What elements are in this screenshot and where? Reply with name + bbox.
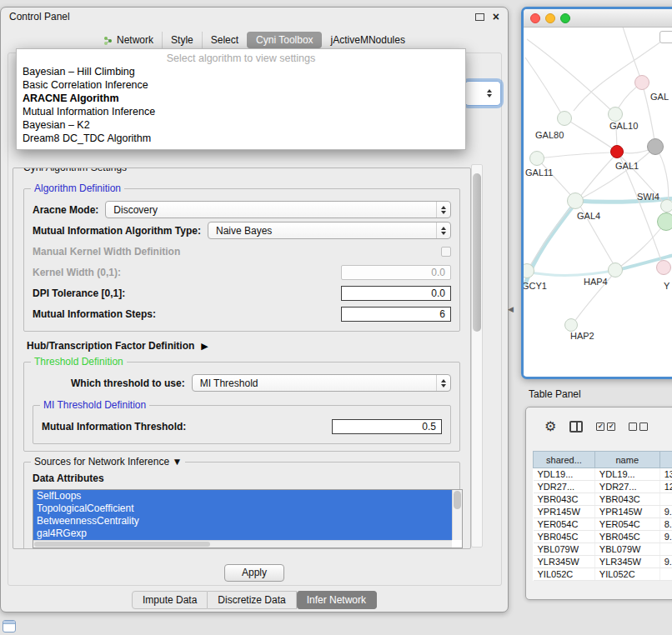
algorithm-option-selected[interactable]: ARACNE Algorithm (17, 92, 465, 105)
cell[interactable]: YDR27... (594, 481, 659, 493)
attribute-list-hscrollbar[interactable] (33, 540, 452, 548)
network-node[interactable] (564, 318, 578, 332)
manual-kernel-checkbox[interactable] (441, 247, 451, 257)
table-row[interactable]: YIL052CYIL052C (534, 568, 672, 581)
algorithm-option[interactable]: Mutual Information Inference (17, 105, 465, 118)
dpi-tolerance-field[interactable]: 0.0 (341, 286, 451, 301)
mi-threshold-field[interactable]: 0.5 (332, 419, 442, 434)
close-traffic-light-icon[interactable] (530, 13, 540, 23)
tab-impute-data[interactable]: Impute Data (132, 591, 208, 609)
column-header-partial[interactable] (659, 452, 672, 468)
attribute-item-selected[interactable]: BetweennessCentrality (33, 515, 452, 528)
network-node[interactable] (634, 75, 649, 90)
float-window-icon[interactable] (475, 13, 484, 21)
network-node-green[interactable] (657, 212, 672, 231)
cell[interactable]: YPR145W (534, 506, 595, 518)
algorithm-option[interactable]: Dream8 DC_TDC Algorithm (17, 132, 465, 145)
column-header-name[interactable]: name (594, 452, 659, 468)
algorithm-option[interactable]: Bayesian – Hill Climbing (17, 65, 465, 78)
cell[interactable]: 9. (659, 556, 672, 568)
column-header-shared-name[interactable]: shared... (534, 452, 595, 468)
unselect-all-columns-icon[interactable] (629, 422, 648, 431)
tab-network[interactable]: Network (95, 32, 162, 48)
network-node[interactable] (567, 192, 584, 209)
cell[interactable]: YBR045C (534, 531, 595, 543)
select-all-columns-icon[interactable]: ✓ ✓ (596, 422, 615, 431)
cell[interactable]: YDL19... (594, 468, 659, 481)
settings-scrollbar[interactable] (471, 164, 483, 548)
cell[interactable]: YDR27... (534, 481, 595, 493)
network-node-gray[interactable] (647, 138, 664, 155)
cell[interactable]: YBR045C (594, 531, 659, 543)
table-row[interactable]: YPR145WYPR145W9. (534, 506, 672, 518)
algorithm-option[interactable]: Bayesian – K2 (17, 118, 465, 132)
cell[interactable]: YLR345W (534, 556, 595, 568)
network-node-red[interactable] (610, 145, 624, 158)
cell[interactable] (659, 493, 672, 506)
network-node[interactable] (608, 262, 623, 278)
zoom-traffic-light-icon[interactable] (560, 13, 570, 23)
algorithm-combobox-partial[interactable] (464, 81, 501, 106)
cell[interactable]: 12 (659, 481, 672, 493)
tab-cyni-toolbox[interactable]: Cyni Toolbox (247, 32, 321, 48)
attribute-item-selected[interactable]: SelfLoops (33, 490, 452, 502)
cell[interactable]: YER054C (534, 518, 595, 531)
chevron-down-icon[interactable]: ▼ (172, 456, 182, 468)
canvas-tool-button[interactable] (659, 31, 672, 43)
cell[interactable]: YBR043C (534, 493, 595, 506)
cell[interactable]: YER054C (594, 518, 659, 531)
table-row[interactable]: YBR043CYBR043C (534, 493, 672, 506)
cell[interactable]: 13 (659, 468, 672, 481)
tab-select[interactable]: Select (202, 32, 247, 48)
algorithm-option[interactable]: Basic Correlation Inference (17, 78, 465, 92)
show-columns-icon[interactable] (569, 421, 583, 432)
algorithm-definition-group: Algorithm Definition Aracne Mode: Discov… (23, 188, 460, 332)
cell[interactable]: YBL079W (594, 543, 659, 556)
cell[interactable]: YPR145W (594, 506, 659, 518)
cell[interactable]: 8. (659, 518, 672, 531)
tab-style[interactable]: Style (162, 32, 202, 48)
cell[interactable]: 9. (659, 506, 672, 518)
gear-icon[interactable]: ⚙ (544, 420, 556, 433)
restore-panel-icon[interactable] (3, 620, 16, 632)
hub-definition-section[interactable]: Hub/Transcription Factor Definition ▶ (27, 340, 460, 352)
cell[interactable]: YIL052C (534, 568, 595, 581)
network-node[interactable] (656, 260, 671, 275)
chevron-right-icon[interactable]: ▶ (201, 341, 208, 352)
cell[interactable]: YBR043C (594, 493, 659, 506)
tab-discretize-data[interactable]: Discretize Data (208, 591, 296, 609)
attribute-list-vscrollbar[interactable] (452, 490, 462, 540)
mi-steps-field[interactable]: 6 (341, 307, 451, 322)
cell[interactable] (659, 568, 672, 581)
cell[interactable] (659, 543, 672, 556)
table-row[interactable]: YDL19...YDL19...13 (534, 468, 672, 481)
cell[interactable]: 9. (659, 531, 672, 543)
network-node[interactable] (529, 151, 544, 166)
network-node[interactable] (608, 107, 623, 122)
table-row[interactable]: YBR045CYBR045C9. (534, 531, 672, 543)
settings-scrollbar-thumb[interactable] (473, 173, 481, 332)
network-node[interactable] (557, 111, 572, 126)
table-row[interactable]: YBL079WYBL079W (534, 543, 672, 556)
network-node[interactable] (660, 199, 672, 212)
cell[interactable]: YDL19... (534, 468, 595, 481)
mi-type-select[interactable]: Naive Bayes (208, 222, 451, 239)
splitter-collapse-icon[interactable]: ◀ (508, 305, 514, 313)
table-row[interactable]: YDR27...YDR27...12 (534, 481, 672, 493)
table-row[interactable]: YLR345WYLR345W9. (534, 556, 672, 568)
minimize-traffic-light-icon[interactable] (545, 13, 555, 23)
cell[interactable]: YBL079W (534, 543, 595, 556)
attribute-item-selected[interactable]: gal4RGexp (33, 528, 452, 540)
cell[interactable]: YIL052C (594, 568, 659, 581)
which-threshold-select[interactable]: MI Threshold (192, 374, 451, 392)
aracne-mode-select[interactable]: Discovery (105, 201, 451, 218)
cell[interactable]: YLR345W (594, 556, 659, 568)
attribute-item-selected[interactable]: TopologicalCoefficient (33, 502, 452, 515)
close-icon[interactable]: × (493, 12, 499, 22)
apply-button[interactable]: Apply (224, 564, 284, 582)
network-canvas[interactable]: GAL80 GAL10 GAL11 GAL1 SWI4 GAL4 GCY1 HA… (524, 28, 672, 376)
data-attributes-list[interactable]: SelfLoops TopologicalCoefficient Between… (33, 489, 463, 548)
tab-infer-network[interactable]: Infer Network (297, 591, 377, 609)
table-row[interactable]: YER054CYER054C8. (534, 518, 672, 531)
tab-jactivemnodules[interactable]: jActiveMNodules (322, 32, 414, 48)
